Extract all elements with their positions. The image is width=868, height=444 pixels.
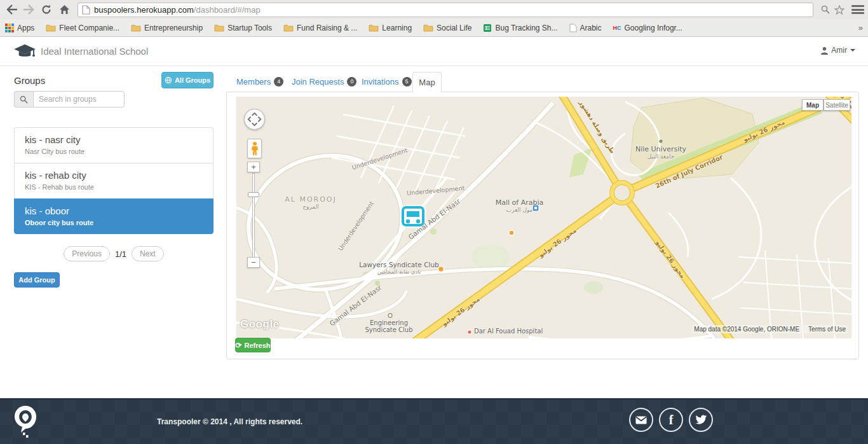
graduation-cap-icon bbox=[13, 43, 37, 61]
pan-control[interactable] bbox=[244, 109, 265, 130]
poi-label-nile-university[interactable]: Nile University جامعة النيل bbox=[629, 145, 693, 160]
poi-label-lawyers-club[interactable]: Lawyers Syndicate Club نادي نقابة المحام… bbox=[358, 261, 440, 275]
facebook-icon: f bbox=[669, 413, 674, 427]
zoom-out-button[interactable]: − bbox=[247, 257, 260, 268]
bookmark-label: Learning bbox=[382, 24, 412, 32]
screen: buspoolers.herokuapp.com/dashboard/#/map… bbox=[0, 0, 868, 444]
satellite-type-button[interactable]: Satellite bbox=[824, 99, 850, 111]
engineering-club-marker[interactable] bbox=[388, 314, 392, 317]
bookmark-label: Startup Tools bbox=[227, 24, 272, 32]
refresh-icon: ⟳ bbox=[235, 341, 241, 350]
pan-left-icon bbox=[248, 117, 251, 122]
url-domain: buspoolers.herokuapp.com bbox=[94, 5, 194, 15]
reload-icon[interactable] bbox=[39, 3, 53, 16]
transpooler-logo bbox=[13, 405, 38, 440]
nile-en: Nile University bbox=[635, 145, 686, 153]
group-name: kis - nasr city bbox=[25, 134, 203, 145]
user-name: Amir bbox=[831, 46, 847, 55]
bookmark-folder[interactable]: Learning bbox=[369, 24, 412, 32]
map-canvas[interactable]: AL MOROOJ المروج Underdevelopment Underd… bbox=[236, 97, 851, 338]
envelope-icon bbox=[635, 416, 647, 424]
folder-icon bbox=[283, 24, 294, 32]
invitations-count-badge: 5 bbox=[402, 77, 412, 87]
poi-label-hospital[interactable]: Dar Al Fouad Hospital bbox=[474, 328, 543, 335]
poi-marker-dot[interactable] bbox=[509, 230, 514, 235]
group-description: KIS - Rehab bus route bbox=[25, 183, 203, 191]
tab-label: Join Requests bbox=[292, 77, 344, 87]
street-view-pegman[interactable] bbox=[247, 139, 262, 158]
globe-icon bbox=[165, 76, 172, 84]
menu-icon[interactable] bbox=[851, 5, 864, 14]
search-icon bbox=[14, 91, 33, 108]
user-menu[interactable]: Amir bbox=[820, 46, 855, 55]
apps-shortcut[interactable]: Apps bbox=[5, 24, 34, 32]
poi-label-engineering-club[interactable]: Engineering Syndicate Club bbox=[358, 319, 419, 333]
mall-ar: مول العرب bbox=[486, 207, 553, 213]
zoom-slider-track[interactable] bbox=[252, 173, 255, 258]
al-morooj-ar: المروج bbox=[276, 204, 346, 210]
tab-join-requests[interactable]: Join Requests 0 bbox=[292, 77, 356, 87]
engineering-line2: Syndicate Club bbox=[365, 326, 412, 333]
group-list-item[interactable]: kis - rehab city KIS - Rehab bus route bbox=[14, 163, 214, 198]
twitter-icon bbox=[695, 415, 707, 425]
next-page-button[interactable]: Next bbox=[132, 246, 164, 261]
bookmark-folder[interactable]: Entrepreneurship bbox=[131, 24, 203, 32]
bookmark-folder[interactable]: Social Life bbox=[423, 24, 471, 32]
url-text: buspoolers.herokuapp.com/dashboard/#/map bbox=[94, 5, 261, 15]
forward-icon[interactable] bbox=[22, 3, 36, 16]
nile-university-marker[interactable] bbox=[659, 139, 662, 142]
zoom-in-button[interactable]: + bbox=[247, 162, 260, 172]
bookmark-item[interactable]: Arabic bbox=[569, 24, 602, 32]
back-icon[interactable] bbox=[5, 3, 19, 16]
google-watermark: Google bbox=[240, 318, 280, 331]
home-icon[interactable] bbox=[57, 3, 71, 16]
tab-members[interactable]: Members 4 bbox=[236, 77, 283, 87]
tab-invitations[interactable]: Invitations 5 bbox=[362, 77, 412, 87]
find-icon[interactable] bbox=[818, 3, 832, 16]
group-search bbox=[14, 91, 125, 108]
email-button[interactable] bbox=[629, 408, 653, 432]
zoom-slider-handle[interactable] bbox=[248, 192, 259, 197]
tab-map-active[interactable]: Map bbox=[412, 72, 442, 92]
attribution-text: Map data ©2014 Google, ORION-ME bbox=[694, 326, 799, 333]
map-type-button[interactable]: Map bbox=[802, 99, 824, 111]
spreadsheet-icon bbox=[483, 24, 492, 32]
search-input[interactable] bbox=[33, 91, 125, 108]
apps-label: Apps bbox=[17, 24, 34, 32]
group-name: kis - rehab city bbox=[25, 170, 203, 181]
twitter-button[interactable] bbox=[689, 408, 713, 432]
bookmark-item[interactable]: HC Googling Infogr... bbox=[613, 24, 682, 32]
previous-page-button[interactable]: Previous bbox=[64, 246, 110, 261]
bookmark-label: Fleet Companie... bbox=[59, 24, 119, 32]
group-list: kis - nasr city Nasr City bus route kis … bbox=[14, 127, 214, 234]
all-groups-button[interactable]: All Groups bbox=[161, 72, 214, 88]
group-pagination: Previous 1/1 Next bbox=[14, 246, 214, 261]
bookmark-label: Fund Raising & ... bbox=[297, 24, 357, 32]
bookmark-folder[interactable]: Fleet Companie... bbox=[46, 24, 119, 32]
bookmark-folder[interactable]: Fund Raising & ... bbox=[283, 24, 357, 32]
hospital-marker[interactable] bbox=[468, 330, 471, 334]
refresh-button[interactable]: ⟳ Refresh bbox=[235, 338, 271, 352]
poi-label-mall[interactable]: Mall of Arabia مول العرب bbox=[486, 198, 553, 213]
group-list-item-selected[interactable]: kis - oboor Oboor city bus route bbox=[14, 198, 214, 234]
facebook-button[interactable]: f bbox=[659, 408, 683, 432]
folder-icon bbox=[46, 24, 56, 32]
bookmark-star-icon[interactable] bbox=[832, 3, 846, 16]
tab-label: Invitations bbox=[362, 77, 399, 87]
tab-label: Members bbox=[236, 77, 271, 87]
bookmark-folder[interactable]: Startup Tools bbox=[214, 24, 272, 32]
bookmark-label: Bug Tracking Sh... bbox=[495, 24, 557, 32]
terms-of-use-link[interactable]: Terms of Use bbox=[808, 326, 846, 333]
engineering-line1: Engineering bbox=[370, 319, 408, 326]
url-bar[interactable]: buspoolers.herokuapp.com/dashboard/#/map bbox=[78, 3, 813, 17]
group-list-item[interactable]: kis - nasr city Nasr City bus route bbox=[14, 127, 214, 163]
apps-grid-icon bbox=[5, 24, 14, 32]
bookmarks-overflow-chevron[interactable]: » bbox=[858, 23, 863, 32]
map-attribution: Map data ©2014 Google, ORION-METerms of … bbox=[692, 325, 848, 333]
group-description: Nasr City bus route bbox=[25, 148, 203, 155]
bookmark-item[interactable]: Bug Tracking Sh... bbox=[483, 24, 557, 32]
lawyers-en: Lawyers Syndicate Club bbox=[359, 261, 438, 268]
browser-toolbar: buspoolers.herokuapp.com/dashboard/#/map bbox=[0, 0, 868, 19]
district-label-al-morooj: AL MOROOJ المروج bbox=[276, 195, 346, 210]
add-group-button[interactable]: Add Group bbox=[14, 272, 60, 288]
